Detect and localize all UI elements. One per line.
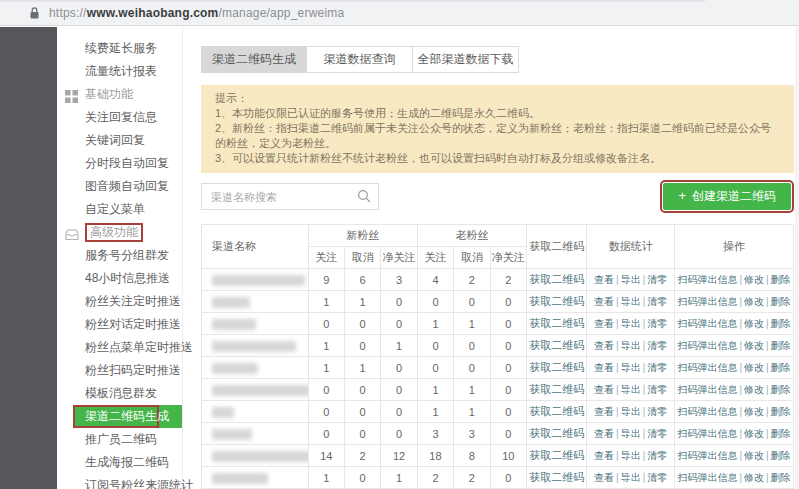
browser-address-bar[interactable]: https://www.weihaobang.com/manage/app_er… [0,0,799,26]
clear-link[interactable]: 清零 [647,384,667,395]
sidebar-item-fan-dialog-push[interactable]: 粉丝对话定时推送 [57,313,182,336]
view-link[interactable]: 查看 [594,428,614,439]
scan-popup-info-link[interactable]: 扫码弹出信息 [677,450,737,461]
sidebar-item-template-message[interactable]: 模板消息群发 [57,382,182,405]
delete-link[interactable]: 删除 [771,472,791,483]
new-net-value: 0 [381,423,417,445]
view-link[interactable]: 查看 [594,384,614,395]
modify-link[interactable]: 修改 [744,384,764,395]
delete-link[interactable]: 删除 [771,274,791,285]
clear-link[interactable]: 清零 [647,318,667,329]
clear-link[interactable]: 清零 [647,406,667,417]
sidebar-item-subscription-fan-source[interactable]: 订阅号粉丝来源统计 [57,474,182,489]
tab-all-channel-download[interactable]: 全部渠道数据下载 [413,46,519,73]
export-link[interactable]: 导出 [621,472,641,483]
delete-link[interactable]: 删除 [771,450,791,461]
modify-link[interactable]: 修改 [744,406,764,417]
delete-link[interactable]: 删除 [771,362,791,373]
modify-link[interactable]: 修改 [744,472,764,483]
get-qrcode-link[interactable]: 获取二维码 [529,361,584,373]
scan-popup-info-link[interactable]: 扫码弹出信息 [677,274,737,285]
sidebar-item-service-group-send[interactable]: 服务号分组群发 [57,244,182,267]
clear-link[interactable]: 清零 [647,450,667,461]
view-link[interactable]: 查看 [594,450,614,461]
scan-popup-info-link[interactable]: 扫码弹出信息 [677,428,737,439]
sidebar-item-48h-push[interactable]: 48小时信息推送 [57,267,182,290]
view-link[interactable]: 查看 [594,340,614,351]
sidebar-item-timed-auto-reply[interactable]: 分时段自动回复 [57,152,182,175]
separator: | [766,472,769,483]
col-header-old-follow: 关注 [417,247,453,269]
separator: | [616,362,619,373]
tab-channel-qrcode-generate[interactable]: 渠道二维码生成 [201,46,307,73]
get-qrcode-link[interactable]: 获取二维码 [529,405,584,417]
get-qrcode-link[interactable]: 获取二维码 [529,317,584,329]
search-icon[interactable] [357,189,371,207]
scan-popup-info-link[interactable]: 扫码弹出信息 [677,362,737,373]
sidebar-item-custom-menu[interactable]: 自定义菜单 [57,198,182,221]
scan-popup-info-link[interactable]: 扫码弹出信息 [677,384,737,395]
modify-link[interactable]: 修改 [744,318,764,329]
clear-link[interactable]: 清零 [647,472,667,483]
sidebar-item-channel-qrcode-active[interactable]: 渠道二维码生成 [73,405,182,428]
delete-link[interactable]: 删除 [771,340,791,351]
sidebar-item-fan-menu-push[interactable]: 粉丝点菜单定时推送 [57,336,182,359]
sidebar-item-follow-reply[interactable]: 关注回复信息 [57,106,182,129]
get-qrcode-link[interactable]: 获取二维码 [529,273,584,285]
clear-link[interactable]: 清零 [647,274,667,285]
export-link[interactable]: 导出 [621,274,641,285]
modify-link[interactable]: 修改 [744,428,764,439]
sidebar-item-poster-qrcode[interactable]: 生成海报二维码 [57,451,182,474]
sidebar-item-traffic-report[interactable]: 流量统计报表 [57,60,182,83]
scan-popup-info-link[interactable]: 扫码弹出信息 [677,406,737,417]
export-link[interactable]: 导出 [621,406,641,417]
delete-link[interactable]: 删除 [771,428,791,439]
export-link[interactable]: 导出 [621,296,641,307]
view-link[interactable]: 查看 [594,274,614,285]
get-qrcode-link[interactable]: 获取二维码 [529,427,584,439]
scan-popup-info-link[interactable]: 扫码弹出信息 [677,318,737,329]
tab-channel-data-query[interactable]: 渠道数据查询 [307,46,413,73]
clear-link[interactable]: 清零 [647,296,667,307]
export-link[interactable]: 导出 [621,428,641,439]
get-qrcode-link[interactable]: 获取二维码 [529,471,584,483]
scrollbar[interactable] [795,27,799,489]
scan-popup-info-link[interactable]: 扫码弹出信息 [677,296,737,307]
create-channel-qrcode-button[interactable]: +创建渠道二维码 [663,183,791,210]
modify-link[interactable]: 修改 [744,296,764,307]
export-link[interactable]: 导出 [621,450,641,461]
delete-link[interactable]: 删除 [771,384,791,395]
get-qrcode-link[interactable]: 获取二维码 [529,295,584,307]
sidebar-item-fan-follow-push[interactable]: 粉丝关注定时推送 [57,290,182,313]
sidebar-item-keyword-reply[interactable]: 关键词回复 [57,129,182,152]
modify-link[interactable]: 修改 [744,340,764,351]
get-qrcode-link[interactable]: 获取二维码 [529,449,584,461]
search-input[interactable] [201,183,379,210]
sidebar-item-fan-scan-push[interactable]: 粉丝扫码定时推送 [57,359,182,382]
clear-link[interactable]: 清零 [647,428,667,439]
view-link[interactable]: 查看 [594,406,614,417]
get-qrcode-link[interactable]: 获取二维码 [529,339,584,351]
scan-popup-info-link[interactable]: 扫码弹出信息 [677,472,737,483]
delete-link[interactable]: 删除 [771,296,791,307]
view-link[interactable]: 查看 [594,318,614,329]
sidebar-item-renew-service[interactable]: 续费延长服务 [57,37,182,60]
scan-popup-info-link[interactable]: 扫码弹出信息 [677,340,737,351]
clear-link[interactable]: 清零 [647,340,667,351]
modify-link[interactable]: 修改 [744,274,764,285]
export-link[interactable]: 导出 [621,362,641,373]
sidebar-item-media-auto-reply[interactable]: 图音频自动回复 [57,175,182,198]
view-link[interactable]: 查看 [594,296,614,307]
modify-link[interactable]: 修改 [744,362,764,373]
view-link[interactable]: 查看 [594,362,614,373]
view-link[interactable]: 查看 [594,472,614,483]
modify-link[interactable]: 修改 [744,450,764,461]
clear-link[interactable]: 清零 [647,362,667,373]
delete-link[interactable]: 删除 [771,318,791,329]
delete-link[interactable]: 删除 [771,406,791,417]
export-link[interactable]: 导出 [621,384,641,395]
sidebar-item-promoter-qrcode[interactable]: 推广员二维码 [57,428,182,451]
get-qrcode-link[interactable]: 获取二维码 [529,383,584,395]
export-link[interactable]: 导出 [621,318,641,329]
export-link[interactable]: 导出 [621,340,641,351]
